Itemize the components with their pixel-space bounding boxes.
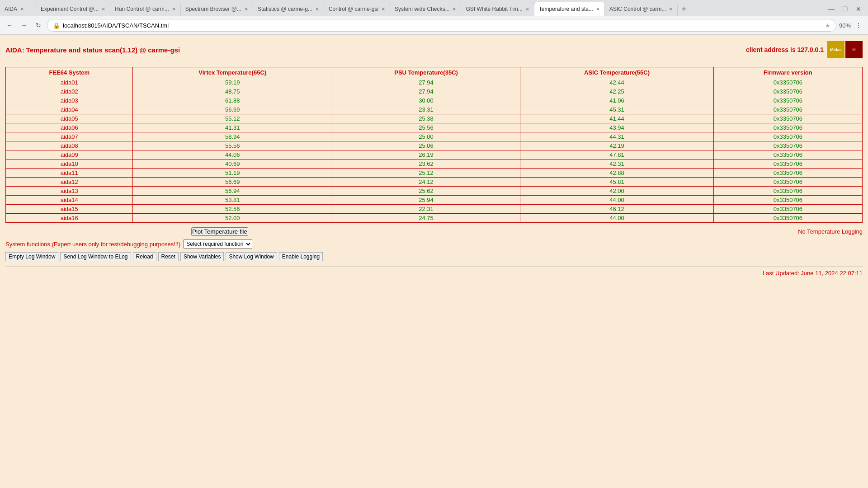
browser-chrome: AIDA ✕ Experiment Control @... ✕ Run Con… [0,0,868,35]
table-row: aida05 55.12 25.38 41.44 0x3350706 [6,114,863,123]
reload-button-page[interactable]: Reload [133,252,156,261]
address-input[interactable] [63,22,822,29]
cell-system: aida02 [6,87,133,96]
page-content: AIDA: Temperature and status scan(1.12) … [0,35,868,280]
back-button[interactable]: ← [4,19,15,31]
tab-label: Temperature and sta... [539,6,593,12]
plot-temperature-button[interactable]: Plot Temperature file [191,227,248,236]
tab-control[interactable]: Control @ carme-gsi ✕ [324,2,390,16]
cell-virtex: 40.69 [133,160,332,169]
table-row: aida14 53.81 25.94 44.00 0x3350706 [6,196,863,205]
tab-label: Run Control @ carm... [115,6,169,12]
cell-asic: 41.44 [520,114,714,123]
cell-asic: 41.06 [520,96,714,105]
cell-asic: 42.19 [520,141,714,150]
reload-button[interactable]: ↻ [33,19,44,31]
cell-virtex: 53.81 [133,196,332,205]
tab-asic-control[interactable]: ASIC Control @ carm... ✕ [605,2,678,16]
cell-system: aida13 [6,187,133,196]
tab-label: System wide Checks... [395,6,449,12]
secure-icon: 🔒 [53,22,60,29]
cell-virtex: 44.06 [133,150,332,160]
table-row: aida06 41.31 25.56 43.94 0x3350706 [6,123,863,132]
send-log-elog-button[interactable]: Send Log Window to ELog [60,252,131,261]
cell-system: aida06 [6,123,133,132]
cell-virtex: 52.00 [133,214,332,223]
cell-firmware: 0x3350706 [713,160,862,169]
cell-virtex: 55.12 [133,114,332,123]
reset-button[interactable]: Reset [158,252,179,261]
tab-close-icon[interactable]: ✕ [525,6,529,12]
forward-button[interactable]: → [18,19,30,31]
cell-psu: 25.00 [332,132,520,141]
table-row: aida13 56.94 25.62 42.00 0x3350706 [6,187,863,196]
cell-system: aida16 [6,214,133,223]
tab-experiment-control[interactable]: Experiment Control @... ✕ [36,2,110,16]
table-row: aida09 44.06 26.19 47.81 0x3350706 [6,150,863,160]
tab-aida[interactable]: AIDA ✕ [0,2,36,16]
tab-close-icon[interactable]: ✕ [20,6,24,12]
tab-close-icon[interactable]: ✕ [101,6,105,12]
tab-statistics[interactable]: Statistics @ carme-g... ✕ [253,2,324,16]
tab-spectrum-browser[interactable]: Spectrum Browser @... ✕ [181,2,253,16]
cell-asic: 46.12 [520,205,714,214]
restore-button[interactable]: ☐ [839,3,851,15]
tab-close-icon[interactable]: ✕ [244,6,248,12]
cell-system: aida03 [6,96,133,105]
tab-close-icon[interactable]: ✕ [596,6,600,12]
function-select[interactable]: Select required function [183,239,252,249]
extensions-button[interactable]: ⋮ [853,19,864,31]
table-row: aida15 52.56 22.31 46.12 0x3350706 [6,205,863,214]
tab-label: ASIC Control @ carm... [609,6,666,12]
tab-close-icon[interactable]: ✕ [669,6,673,12]
enable-logging-button[interactable]: Enable Logging [279,252,323,261]
cell-firmware: 0x3350706 [713,214,862,223]
table-header-row: FEE64 System Virtex Temperature(65C) PSU… [6,67,863,78]
cell-firmware: 0x3350706 [713,150,862,160]
minimize-button[interactable]: — [826,3,837,15]
no-logging-status: No Temperature Logging [798,228,863,235]
table-row: aida08 55.56 25.06 42.19 0x3350706 [6,141,863,150]
cell-virtex: 56.69 [133,178,332,187]
cell-firmware: 0x3350706 [713,205,862,214]
cell-virtex: 52.56 [133,205,332,214]
address-bar: 🔒 ★ [47,19,836,32]
col-header-virtex: Virtex Temperature(65C) [133,67,332,78]
temperature-table: FEE64 System Virtex Temperature(65C) PSU… [5,67,863,223]
tab-close-icon[interactable]: ✕ [452,6,456,12]
system-functions-row: System functions (Expert users only for … [5,239,863,249]
table-row: aida07 58.94 25.00 44.31 0x3350706 [6,132,863,141]
show-variables-button[interactable]: Show Variables [180,252,224,261]
cell-virtex: 48.75 [133,87,332,96]
cell-psu: 27.94 [332,78,520,87]
cell-asic: 42.88 [520,169,714,178]
col-header-firmware: Firmware version [713,67,862,78]
close-window-button[interactable]: ✕ [853,3,864,15]
cell-firmware: 0x3350706 [713,105,862,114]
cell-firmware: 0x3350706 [713,123,862,132]
tab-label: Control @ carme-gsi [329,6,378,12]
table-row: aida01 59.19 27.94 42.44 0x3350706 [6,78,863,87]
new-tab-button[interactable]: + [678,2,690,16]
tab-gsi-white-rabbit[interactable]: GSI White Rabbit Tim... ✕ [461,2,534,16]
empty-log-window-button[interactable]: Empty Log Window [5,252,58,261]
tab-label: Statistics @ carme-g... [258,6,312,12]
midas-logo: Midas [827,41,844,58]
system-functions-label: System functions (Expert users only for … [5,241,180,248]
tab-close-icon[interactable]: ✕ [172,6,176,12]
show-log-window-button[interactable]: Show Log Window [226,252,277,261]
cell-system: aida09 [6,150,133,160]
star-icon[interactable]: ★ [825,22,830,29]
tab-close-icon[interactable]: ✕ [381,6,385,12]
tab-run-control[interactable]: Run Control @ carm... ✕ [110,2,181,16]
table-row: aida12 56.69 24.12 45.81 0x3350706 [6,178,863,187]
cell-psu: 23.31 [332,105,520,114]
cell-firmware: 0x3350706 [713,169,862,178]
tab-temperature[interactable]: Temperature and sta... ✕ [534,2,605,16]
second-logo: M [845,41,863,58]
nav-bar: ← → ↻ 🔒 ★ 90% ⋮ [0,16,868,34]
cell-firmware: 0x3350706 [713,87,862,96]
tab-close-icon[interactable]: ✕ [315,6,319,12]
tab-system-checks[interactable]: System wide Checks... ✕ [390,2,461,16]
last-updated: Last Updated: June 11, 2024 22:07:11 [5,270,863,277]
